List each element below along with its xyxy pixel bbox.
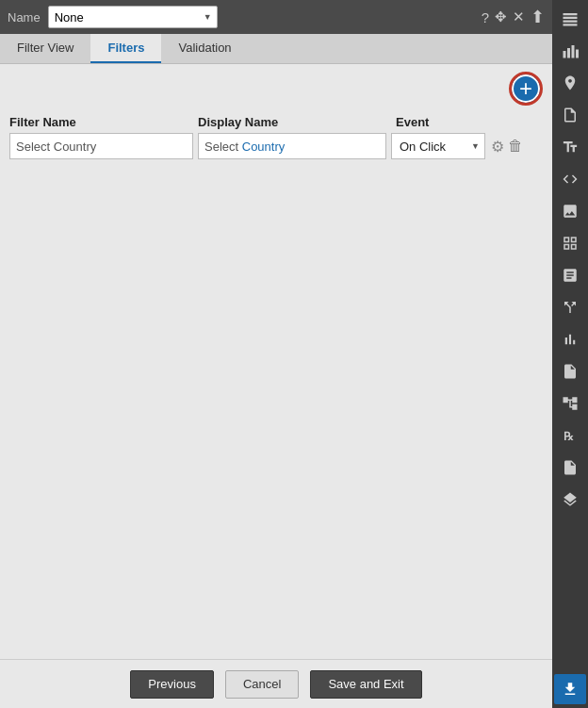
svg-rect-4 (564, 51, 566, 58)
name-select-wrapper: None (48, 6, 218, 28)
move-icon[interactable]: ✥ (495, 8, 507, 25)
header: Name None ? ✥ ✕ ⬆ (0, 0, 552, 34)
sidebar-code-icon[interactable] (554, 164, 586, 194)
svg-rect-2 (564, 21, 578, 23)
tabs-bar: Filter View Filters Validation (0, 34, 552, 64)
sidebar-text-icon[interactable] (554, 132, 586, 162)
row-delete-icon[interactable]: 🗑 (508, 138, 523, 155)
col-header-filter-name: Filter Name (9, 115, 198, 129)
row-settings-icon[interactable]: ⚙ (491, 138, 504, 156)
sidebar-document-icon[interactable] (554, 100, 586, 130)
tab-filters[interactable]: Filters (90, 34, 161, 63)
previous-button[interactable]: Previous (130, 670, 214, 699)
tab-validation[interactable]: Validation (161, 34, 248, 63)
sidebar-tree-icon[interactable] (554, 388, 586, 419)
svg-rect-1 (564, 17, 578, 19)
svg-text:℞: ℞ (564, 430, 574, 443)
sidebar-image-icon[interactable] (554, 196, 586, 226)
sidebar-bar-chart-icon[interactable] (554, 324, 586, 354)
svg-rect-7 (576, 50, 579, 58)
right-sidebar: ℞ (552, 0, 588, 708)
content-area: Filter Name Display Name Event Select Co… (0, 64, 552, 659)
footer: Previous Cancel Save and Exit (0, 659, 552, 708)
event-select-wrapper: On Click On Change On Focus On Blur (391, 133, 485, 159)
upload-icon[interactable]: ⬆ (531, 7, 545, 27)
col-header-event: Event (396, 115, 543, 129)
svg-rect-0 (564, 13, 578, 15)
help-icon[interactable]: ? (482, 9, 489, 25)
svg-rect-6 (572, 45, 575, 58)
row-actions: ⚙ 🗑 (491, 138, 523, 156)
sidebar-rx-icon[interactable]: ℞ (554, 420, 586, 451)
name-label: Name (8, 10, 41, 25)
sidebar-map-icon[interactable] (554, 68, 586, 98)
table-row: Select Country On Click On Change On Foc… (9, 133, 543, 159)
sidebar-split-icon[interactable] (554, 292, 586, 322)
sidebar-file-icon[interactable] (554, 356, 586, 387)
svg-rect-5 (567, 48, 570, 58)
name-select[interactable]: None (48, 6, 218, 28)
cancel-button[interactable]: Cancel (225, 670, 299, 699)
event-select[interactable]: On Click On Change On Focus On Blur (391, 133, 485, 159)
add-filter-button[interactable] (509, 72, 543, 106)
col-header-display-name: Display Name (198, 115, 396, 129)
svg-rect-3 (564, 24, 578, 25)
sidebar-table-icon[interactable] (554, 4, 586, 34)
header-icons: ? ✥ ✕ ⬆ (482, 7, 545, 27)
sidebar-chart-icon[interactable] (554, 36, 586, 66)
display-name-prefix: Select (204, 140, 242, 154)
display-name-cell: Select Country (198, 133, 386, 159)
display-name-highlight: Country (242, 140, 286, 154)
filter-name-input[interactable] (9, 133, 193, 159)
sidebar-grid-icon[interactable] (554, 228, 586, 258)
save-exit-button[interactable]: Save and Exit (310, 670, 421, 699)
sidebar-download-icon[interactable] (554, 674, 586, 704)
sidebar-report-icon[interactable] (554, 260, 586, 290)
add-button-wrapper (9, 72, 543, 106)
sidebar-doc2-icon[interactable] (554, 453, 586, 483)
tab-filter-view[interactable]: Filter View (0, 34, 90, 63)
filter-table-header: Filter Name Display Name Event (9, 115, 543, 133)
close-icon[interactable]: ✕ (513, 8, 525, 25)
sidebar-layers-icon[interactable] (554, 485, 586, 515)
